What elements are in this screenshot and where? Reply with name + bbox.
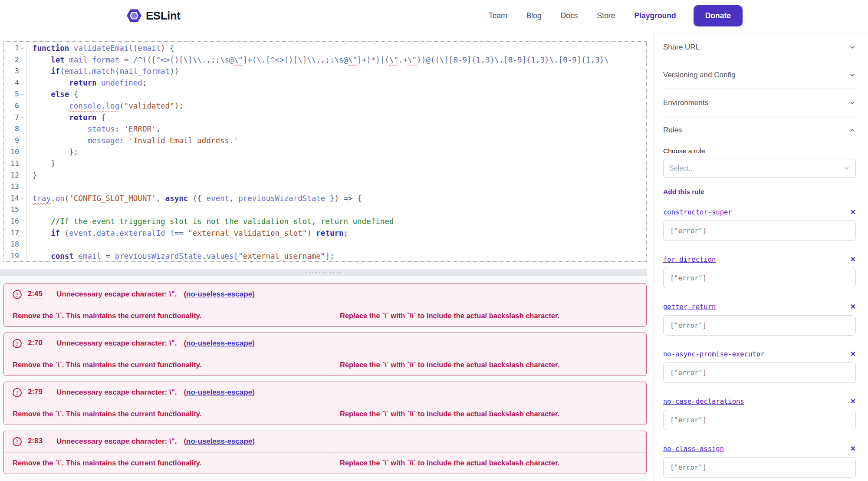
line-number: 18	[4, 239, 26, 250]
fold-spacer	[19, 218, 25, 224]
remove-rule-icon[interactable]: ✕	[850, 398, 856, 405]
rule-doc-link[interactable]: no-useless-escape	[186, 290, 252, 298]
code-editor[interactable]: 12345678910111213141516171819 function v…	[3, 41, 647, 262]
eslint-logo[interactable]: ESLint	[127, 9, 180, 23]
lint-problem-card: ! 2:79 Unnecessary escape character: \".…	[3, 382, 647, 425]
rule-config-input[interactable]: ["error"]	[663, 457, 856, 478]
line-number: 4	[4, 77, 26, 89]
problem-header: ! 2:79 Unnecessary escape character: \".…	[4, 382, 646, 403]
code-line: const email = previousWizardState.values…	[33, 250, 646, 261]
rule-name-link-no-async-promise-executor[interactable]: no-async-promise-executor	[663, 350, 764, 358]
code-line: function validateEmail(email) {	[33, 43, 646, 54]
accordion-label: Rules	[663, 126, 682, 135]
remove-rule-icon[interactable]: ✕	[850, 209, 856, 216]
rule-doc-link[interactable]: no-useless-escape	[186, 388, 252, 396]
rule-config-input[interactable]: ["error"]	[663, 315, 856, 336]
eslint-hexagon-icon	[127, 9, 141, 23]
problem-suggestions: Remove the `\`. This maintains the curre…	[4, 452, 646, 474]
accordion-label: Share URL	[663, 43, 700, 52]
accordion-section-versioning-and-config[interactable]: Versioning and Config	[663, 61, 856, 89]
chevron-up-icon	[849, 127, 856, 134]
nav-link-team[interactable]: Team	[489, 11, 507, 20]
fold-spacer	[19, 172, 25, 178]
suggestion-replace-escape[interactable]: Replace the `\` with `\\` to include the…	[331, 305, 646, 326]
editor-gutter: 12345678910111213141516171819	[4, 42, 26, 261]
suggestion-remove-escape[interactable]: Remove the `\`. This maintains the curre…	[4, 403, 331, 425]
suggestion-replace-escape[interactable]: Replace the `\` with `\\` to include the…	[331, 403, 646, 425]
remove-rule-icon[interactable]: ✕	[850, 303, 856, 310]
line-number[interactable]: 14	[4, 193, 26, 204]
problem-suggestions: Remove the `\`. This maintains the curre…	[4, 354, 646, 376]
problem-position-link[interactable]: 2:70	[28, 339, 43, 348]
fold-spacer	[19, 161, 25, 167]
problem-position-link[interactable]: 2:79	[28, 388, 43, 397]
rule-config-input[interactable]: ["error"]	[663, 221, 856, 241]
rule-name-link-getter-return[interactable]: getter-return	[663, 303, 716, 311]
nav-link-docs[interactable]: Docs	[561, 11, 578, 20]
suggestion-remove-escape[interactable]: Remove the `\`. This maintains the curre…	[4, 354, 331, 376]
problem-position-link[interactable]: 2:45	[28, 290, 43, 299]
editor-code[interactable]: function validateEmail(email) { let mail…	[26, 42, 646, 261]
chevron-down-icon	[849, 44, 856, 51]
rule-config-input[interactable]: ["error"]	[663, 268, 856, 288]
line-number[interactable]: 7	[4, 112, 26, 124]
line-number: 15	[4, 204, 26, 216]
rule-item: getter-return ✕ ["error"]	[663, 303, 856, 336]
accordion-section-rules[interactable]: Rules	[663, 117, 856, 144]
fold-spacer	[19, 138, 25, 144]
line-number[interactable]: 1	[4, 43, 26, 54]
fold-chevron-icon	[19, 195, 25, 201]
fold-spacer	[19, 230, 25, 236]
suggestion-replace-escape[interactable]: Replace the `\` with `\\` to include the…	[331, 452, 646, 474]
error-alert-icon: !	[13, 290, 22, 299]
code-line: return {	[33, 112, 646, 124]
rule-item-header: getter-return ✕	[663, 303, 856, 311]
rule-item: for-direction ✕ ["error"]	[663, 256, 856, 288]
nav-link-playground[interactable]: Playground	[634, 11, 676, 20]
accordion-section-environments[interactable]: Environments	[663, 89, 856, 117]
code-line: console.log("validated");	[33, 100, 646, 112]
lint-problem-card: ! 2:45 Unnecessary escape character: \".…	[3, 283, 647, 327]
rule-config-input[interactable]: ["error"]	[663, 410, 856, 430]
lint-problem-card: ! 2:70 Unnecessary escape character: \".…	[3, 333, 647, 376]
suggestion-replace-escape[interactable]: Replace the `\` with `\\` to include the…	[331, 354, 646, 376]
problem-position-link[interactable]: 2:83	[28, 437, 43, 446]
nav-link-blog[interactable]: Blog	[526, 11, 542, 20]
problem-message: Unnecessary escape character: \".	[56, 388, 177, 397]
problems-panel: ! 2:45 Unnecessary escape character: \".…	[0, 276, 647, 481]
rule-config-input[interactable]: ["error"]	[663, 362, 856, 383]
suggestion-remove-escape[interactable]: Remove the `\`. This maintains the curre…	[4, 305, 331, 326]
header: ESLint TeamBlogDocsStorePlayground Donat…	[0, 0, 868, 31]
rule-doc-link[interactable]: no-useless-escape	[186, 437, 252, 445]
code-line: return undefined;	[33, 77, 646, 89]
nav-link-store[interactable]: Store	[597, 11, 615, 20]
logo-text: ESLint	[146, 9, 180, 23]
problem-header: ! 2:45 Unnecessary escape character: \".…	[4, 284, 646, 305]
line-number[interactable]: 5	[4, 89, 26, 100]
remove-rule-icon[interactable]: ✕	[850, 351, 856, 358]
rule-name-link-no-case-declarations[interactable]: no-case-declarations	[663, 398, 744, 405]
remove-rule-icon[interactable]: ✕	[850, 256, 856, 263]
rule-name-link-for-direction[interactable]: for-direction	[663, 256, 716, 264]
resize-handle[interactable]	[0, 269, 647, 276]
donate-button[interactable]: Donate	[694, 5, 743, 26]
rule-doc-link[interactable]: no-useless-escape	[186, 339, 252, 347]
rule-item-header: no-class-assign ✕	[663, 445, 856, 453]
problem-message: Unnecessary escape character: \".	[56, 437, 177, 446]
problem-message: Unnecessary escape character: \".	[56, 339, 177, 348]
remove-rule-icon[interactable]: ✕	[850, 445, 856, 452]
suggestion-remove-escape[interactable]: Remove the `\`. This maintains the curre…	[4, 452, 331, 474]
rule-select-dropdown[interactable]: Select...	[663, 159, 856, 178]
problem-suggestions: Remove the `\`. This maintains the curre…	[4, 403, 646, 425]
rule-name-link-no-class-assign[interactable]: no-class-assign	[663, 445, 724, 453]
code-line: if(email.match(mail_format))	[33, 66, 646, 77]
select-placeholder: Select...	[669, 165, 694, 172]
accordion-section-share-url[interactable]: Share URL	[663, 33, 856, 61]
rule-name-link-constructor-super[interactable]: constructor-super	[663, 208, 732, 216]
add-rule-button[interactable]: Add this rule	[663, 188, 704, 196]
choose-rule-label: Choose a rule	[663, 147, 856, 155]
fold-spacer	[19, 80, 25, 86]
fold-spacer	[19, 184, 25, 190]
drag-dots-icon	[305, 270, 342, 274]
fold-spacer	[19, 149, 25, 155]
